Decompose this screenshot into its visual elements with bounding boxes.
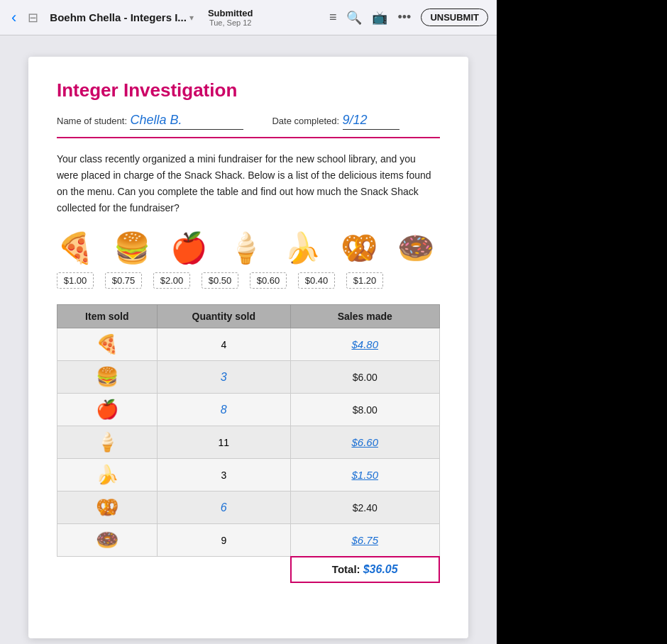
sales-value: $4.80	[351, 338, 378, 350]
food-icon: 🍎	[170, 231, 207, 265]
table-cell-qty: 6	[157, 492, 290, 524]
date-value: 9/12	[343, 113, 399, 130]
doc-title-area: Boehm Chella - Integers I... ▾	[50, 11, 194, 23]
sales-value: $6.60	[351, 436, 378, 448]
table-cell-icon: 🥨	[57, 492, 158, 524]
list-icon[interactable]: ≡	[329, 10, 337, 25]
doc-title: Boehm Chella - Integers I...	[50, 11, 187, 23]
doc-area: Integer Investigation Name of student: C…	[0, 35, 497, 644]
black-panel	[497, 35, 667, 644]
student-name: Chella B.	[130, 113, 243, 130]
table-cell-sales: $6.00	[291, 361, 440, 394]
table-cell-sales: $6.60	[291, 426, 440, 459]
table-cell-icon: 🍩	[57, 524, 158, 557]
table-footer: Total: $36.05	[57, 557, 440, 582]
total-value: $36.05	[363, 563, 398, 575]
chevron-down-icon[interactable]: ▾	[189, 13, 194, 23]
table-row: 🍔3$6.00	[57, 361, 440, 394]
total-row: Total: $36.05	[57, 557, 440, 582]
total-empty-1	[57, 557, 158, 582]
price-tag: $0.60	[250, 272, 287, 289]
price-tag: $2.00	[153, 272, 190, 289]
table-body: 🍕4$4.80🍔3$6.00🍎8$8.00🍦11$6.60🍌3$1.50🥨6$2…	[57, 328, 440, 557]
food-icon: 🥨	[341, 231, 377, 265]
date-label: Date completed:	[272, 116, 339, 126]
table-cell-icon: 🍌	[57, 459, 158, 492]
worksheet-title: Integer Investigation	[57, 79, 440, 101]
total-cell: Total: $36.05	[291, 557, 440, 582]
data-table: Item sold Quantity sold Sales made 🍕4$4.…	[57, 304, 440, 583]
table-cell-qty: 11	[157, 426, 290, 459]
intro-text: Your class recently organized a mini fun…	[57, 151, 440, 216]
doc-page: Integer Investigation Name of student: C…	[28, 57, 468, 638]
table-cell-icon: 🍕	[57, 328, 158, 361]
table-cell-sales: $4.80	[291, 328, 440, 361]
submitted-area: Submitted Tue, Sep 12	[208, 8, 253, 27]
price-tag: $0.50	[202, 272, 238, 289]
sales-value: $8.00	[353, 404, 377, 416]
table-cell-icon: 🍦	[57, 426, 158, 459]
top-bar-right: ≡ 🔍 📺 ••• UNSUBMIT	[329, 9, 488, 26]
table-cell-icon: 🍎	[57, 394, 158, 426]
submitted-label: Submitted	[208, 8, 253, 18]
search-icon[interactable]: 🔍	[346, 10, 362, 26]
food-icon: 🍕	[57, 231, 94, 265]
divider	[57, 137, 440, 138]
col-header-qty: Quantity sold	[157, 305, 290, 328]
airplay-icon[interactable]: 📺	[372, 10, 387, 26]
qty-value: 6	[221, 501, 227, 513]
total-empty-2	[157, 557, 290, 582]
table-row: 🍕4$4.80	[57, 328, 440, 361]
table-cell-icon: 🍔	[57, 361, 158, 394]
price-tag: $0.40	[298, 272, 335, 289]
student-label: Name of student:	[57, 116, 127, 126]
table-cell-sales: $2.40	[291, 492, 440, 524]
total-label: Total:	[332, 563, 363, 575]
table-cell-sales: $8.00	[291, 394, 440, 426]
col-header-item: Item sold	[57, 305, 158, 328]
table-row: 🍎8$8.00	[57, 394, 440, 426]
back-button[interactable]: ‹	[9, 6, 19, 30]
food-icon: 🍌	[284, 231, 321, 265]
price-tags-row: $1.00$0.75$2.00$0.50$0.60$0.40$1.20	[57, 272, 440, 289]
table-cell-qty: 3	[157, 361, 290, 394]
qty-value: 8	[221, 404, 227, 416]
col-header-sales: Sales made	[291, 305, 440, 328]
unsubmit-button[interactable]: UNSUBMIT	[421, 9, 488, 26]
price-tag: $0.75	[105, 272, 142, 289]
sales-value: $2.40	[353, 502, 377, 513]
sidebar-toggle-icon[interactable]: ⊟	[25, 7, 41, 28]
food-icon: 🍔	[114, 231, 150, 265]
table-header: Item sold Quantity sold Sales made	[57, 305, 440, 328]
table-cell-qty: 4	[157, 328, 290, 361]
price-tag: $1.20	[346, 272, 383, 289]
food-icon: 🍦	[227, 231, 264, 265]
sales-value: $6.75	[351, 534, 378, 546]
more-icon[interactable]: •••	[397, 10, 411, 25]
sales-value: $1.50	[351, 469, 378, 481]
table-cell-qty: 8	[157, 394, 290, 426]
table-row: 🥨6$2.40	[57, 492, 440, 524]
submitted-date: Tue, Sep 12	[209, 18, 252, 27]
food-icons-row: 🍕🍔🍎🍦🍌🥨🍩	[57, 231, 440, 265]
top-bar: ‹ ⊟ Boehm Chella - Integers I... ▾ Submi…	[0, 0, 497, 35]
table-cell-sales: $6.75	[291, 524, 440, 557]
table-row: 🍩9$6.75	[57, 524, 440, 557]
table-cell-qty: 3	[157, 459, 290, 492]
table-cell-sales: $1.50	[291, 459, 440, 492]
main-layout: Integer Investigation Name of student: C…	[0, 35, 667, 644]
student-info: Name of student: Chella B. Date complete…	[57, 113, 440, 130]
top-bar-left: ‹ ⊟ Boehm Chella - Integers I... ▾ Submi…	[9, 6, 253, 30]
food-icon: 🍩	[397, 231, 434, 265]
qty-value: 3	[221, 371, 227, 383]
table-row: 🍦11$6.60	[57, 426, 440, 459]
price-tag: $1.00	[57, 272, 94, 289]
sales-value: $6.00	[353, 372, 377, 383]
table-cell-qty: 9	[157, 524, 290, 557]
table-row: 🍌3$1.50	[57, 459, 440, 492]
